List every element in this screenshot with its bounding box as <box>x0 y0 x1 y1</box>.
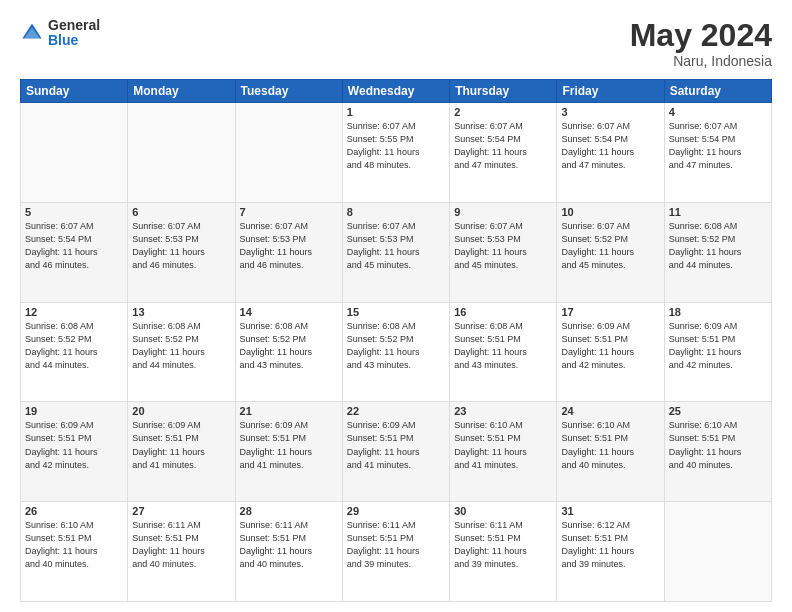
calendar-cell-w2-d4: 8Sunrise: 6:07 AM Sunset: 5:53 PM Daylig… <box>342 202 449 302</box>
header-sunday: Sunday <box>21 80 128 103</box>
calendar-cell-w4-d5: 23Sunrise: 6:10 AM Sunset: 5:51 PM Dayli… <box>450 402 557 502</box>
day-number-18: 18 <box>669 306 767 318</box>
calendar-cell-w1-d6: 3Sunrise: 6:07 AM Sunset: 5:54 PM Daylig… <box>557 103 664 203</box>
day-number-28: 28 <box>240 505 338 517</box>
calendar-title: May 2024 <box>630 18 772 53</box>
day-number-3: 3 <box>561 106 659 118</box>
week-row-4: 19Sunrise: 6:09 AM Sunset: 5:51 PM Dayli… <box>21 402 772 502</box>
logo-text: General Blue <box>48 18 100 49</box>
day-number-24: 24 <box>561 405 659 417</box>
title-block: May 2024 Naru, Indonesia <box>630 18 772 69</box>
day-number-5: 5 <box>25 206 123 218</box>
day-info-20: Sunrise: 6:09 AM Sunset: 5:51 PM Dayligh… <box>132 419 230 471</box>
calendar-cell-w3-d2: 13Sunrise: 6:08 AM Sunset: 5:52 PM Dayli… <box>128 302 235 402</box>
calendar-cell-w1-d4: 1Sunrise: 6:07 AM Sunset: 5:55 PM Daylig… <box>342 103 449 203</box>
week-row-5: 26Sunrise: 6:10 AM Sunset: 5:51 PM Dayli… <box>21 502 772 602</box>
header-monday: Monday <box>128 80 235 103</box>
day-number-15: 15 <box>347 306 445 318</box>
calendar-cell-w3-d1: 12Sunrise: 6:08 AM Sunset: 5:52 PM Dayli… <box>21 302 128 402</box>
day-info-13: Sunrise: 6:08 AM Sunset: 5:52 PM Dayligh… <box>132 320 230 372</box>
day-number-8: 8 <box>347 206 445 218</box>
day-info-14: Sunrise: 6:08 AM Sunset: 5:52 PM Dayligh… <box>240 320 338 372</box>
day-number-19: 19 <box>25 405 123 417</box>
day-number-13: 13 <box>132 306 230 318</box>
day-number-9: 9 <box>454 206 552 218</box>
day-number-23: 23 <box>454 405 552 417</box>
header: General Blue May 2024 Naru, Indonesia <box>20 18 772 69</box>
day-number-20: 20 <box>132 405 230 417</box>
day-number-14: 14 <box>240 306 338 318</box>
day-info-11: Sunrise: 6:08 AM Sunset: 5:52 PM Dayligh… <box>669 220 767 272</box>
day-info-25: Sunrise: 6:10 AM Sunset: 5:51 PM Dayligh… <box>669 419 767 471</box>
day-number-26: 26 <box>25 505 123 517</box>
day-info-28: Sunrise: 6:11 AM Sunset: 5:51 PM Dayligh… <box>240 519 338 571</box>
day-info-27: Sunrise: 6:11 AM Sunset: 5:51 PM Dayligh… <box>132 519 230 571</box>
calendar-cell-w4-d7: 25Sunrise: 6:10 AM Sunset: 5:51 PM Dayli… <box>664 402 771 502</box>
calendar-cell-w1-d7: 4Sunrise: 6:07 AM Sunset: 5:54 PM Daylig… <box>664 103 771 203</box>
day-number-12: 12 <box>25 306 123 318</box>
day-number-22: 22 <box>347 405 445 417</box>
calendar-cell-w3-d5: 16Sunrise: 6:08 AM Sunset: 5:51 PM Dayli… <box>450 302 557 402</box>
calendar-cell-w4-d6: 24Sunrise: 6:10 AM Sunset: 5:51 PM Dayli… <box>557 402 664 502</box>
day-info-7: Sunrise: 6:07 AM Sunset: 5:53 PM Dayligh… <box>240 220 338 272</box>
calendar-cell-w1-d1 <box>21 103 128 203</box>
day-info-10: Sunrise: 6:07 AM Sunset: 5:52 PM Dayligh… <box>561 220 659 272</box>
day-info-1: Sunrise: 6:07 AM Sunset: 5:55 PM Dayligh… <box>347 120 445 172</box>
day-info-6: Sunrise: 6:07 AM Sunset: 5:53 PM Dayligh… <box>132 220 230 272</box>
day-number-30: 30 <box>454 505 552 517</box>
calendar-cell-w5-d3: 28Sunrise: 6:11 AM Sunset: 5:51 PM Dayli… <box>235 502 342 602</box>
calendar-cell-w5-d6: 31Sunrise: 6:12 AM Sunset: 5:51 PM Dayli… <box>557 502 664 602</box>
logo-icon <box>20 21 44 45</box>
calendar-cell-w1-d3 <box>235 103 342 203</box>
week-row-1: 1Sunrise: 6:07 AM Sunset: 5:55 PM Daylig… <box>21 103 772 203</box>
day-number-7: 7 <box>240 206 338 218</box>
calendar-cell-w1-d5: 2Sunrise: 6:07 AM Sunset: 5:54 PM Daylig… <box>450 103 557 203</box>
calendar-cell-w5-d7 <box>664 502 771 602</box>
calendar-table: Sunday Monday Tuesday Wednesday Thursday… <box>20 79 772 602</box>
calendar-cell-w5-d5: 30Sunrise: 6:11 AM Sunset: 5:51 PM Dayli… <box>450 502 557 602</box>
day-info-2: Sunrise: 6:07 AM Sunset: 5:54 PM Dayligh… <box>454 120 552 172</box>
day-number-21: 21 <box>240 405 338 417</box>
logo-general-text: General <box>48 18 100 33</box>
day-info-19: Sunrise: 6:09 AM Sunset: 5:51 PM Dayligh… <box>25 419 123 471</box>
day-number-11: 11 <box>669 206 767 218</box>
week-row-2: 5Sunrise: 6:07 AM Sunset: 5:54 PM Daylig… <box>21 202 772 302</box>
day-info-18: Sunrise: 6:09 AM Sunset: 5:51 PM Dayligh… <box>669 320 767 372</box>
calendar-cell-w2-d6: 10Sunrise: 6:07 AM Sunset: 5:52 PM Dayli… <box>557 202 664 302</box>
day-number-6: 6 <box>132 206 230 218</box>
day-info-15: Sunrise: 6:08 AM Sunset: 5:52 PM Dayligh… <box>347 320 445 372</box>
calendar-cell-w3-d6: 17Sunrise: 6:09 AM Sunset: 5:51 PM Dayli… <box>557 302 664 402</box>
page: General Blue May 2024 Naru, Indonesia Su… <box>0 0 792 612</box>
day-info-4: Sunrise: 6:07 AM Sunset: 5:54 PM Dayligh… <box>669 120 767 172</box>
calendar-body: 1Sunrise: 6:07 AM Sunset: 5:55 PM Daylig… <box>21 103 772 602</box>
calendar-cell-w5-d4: 29Sunrise: 6:11 AM Sunset: 5:51 PM Dayli… <box>342 502 449 602</box>
calendar-cell-w2-d5: 9Sunrise: 6:07 AM Sunset: 5:53 PM Daylig… <box>450 202 557 302</box>
calendar-cell-w4-d3: 21Sunrise: 6:09 AM Sunset: 5:51 PM Dayli… <box>235 402 342 502</box>
calendar-cell-w5-d2: 27Sunrise: 6:11 AM Sunset: 5:51 PM Dayli… <box>128 502 235 602</box>
calendar-cell-w4-d2: 20Sunrise: 6:09 AM Sunset: 5:51 PM Dayli… <box>128 402 235 502</box>
calendar-cell-w4-d4: 22Sunrise: 6:09 AM Sunset: 5:51 PM Dayli… <box>342 402 449 502</box>
calendar-cell-w3-d7: 18Sunrise: 6:09 AM Sunset: 5:51 PM Dayli… <box>664 302 771 402</box>
day-number-25: 25 <box>669 405 767 417</box>
calendar-cell-w2-d2: 6Sunrise: 6:07 AM Sunset: 5:53 PM Daylig… <box>128 202 235 302</box>
day-number-27: 27 <box>132 505 230 517</box>
day-info-3: Sunrise: 6:07 AM Sunset: 5:54 PM Dayligh… <box>561 120 659 172</box>
calendar-cell-w4-d1: 19Sunrise: 6:09 AM Sunset: 5:51 PM Dayli… <box>21 402 128 502</box>
day-info-26: Sunrise: 6:10 AM Sunset: 5:51 PM Dayligh… <box>25 519 123 571</box>
day-number-16: 16 <box>454 306 552 318</box>
calendar-cell-w1-d2 <box>128 103 235 203</box>
day-info-29: Sunrise: 6:11 AM Sunset: 5:51 PM Dayligh… <box>347 519 445 571</box>
day-info-31: Sunrise: 6:12 AM Sunset: 5:51 PM Dayligh… <box>561 519 659 571</box>
calendar-cell-w3-d4: 15Sunrise: 6:08 AM Sunset: 5:52 PM Dayli… <box>342 302 449 402</box>
day-number-2: 2 <box>454 106 552 118</box>
header-tuesday: Tuesday <box>235 80 342 103</box>
day-number-31: 31 <box>561 505 659 517</box>
calendar-cell-w2-d3: 7Sunrise: 6:07 AM Sunset: 5:53 PM Daylig… <box>235 202 342 302</box>
header-saturday: Saturday <box>664 80 771 103</box>
calendar-header: Sunday Monday Tuesday Wednesday Thursday… <box>21 80 772 103</box>
logo-blue-text: Blue <box>48 33 100 48</box>
day-number-4: 4 <box>669 106 767 118</box>
calendar-cell-w3-d3: 14Sunrise: 6:08 AM Sunset: 5:52 PM Dayli… <box>235 302 342 402</box>
day-info-23: Sunrise: 6:10 AM Sunset: 5:51 PM Dayligh… <box>454 419 552 471</box>
calendar-subtitle: Naru, Indonesia <box>630 53 772 69</box>
